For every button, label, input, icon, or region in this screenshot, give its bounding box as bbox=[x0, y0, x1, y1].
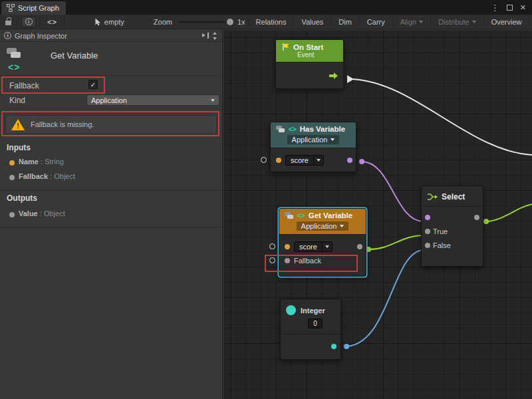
tab-script-graph[interactable]: Script Graph bbox=[1, 1, 66, 15]
chevron-down-icon bbox=[331, 138, 334, 141]
zoom-slider-handle[interactable] bbox=[227, 19, 233, 25]
select-icon bbox=[427, 192, 438, 201]
scroll-arrows-icon[interactable] bbox=[212, 32, 218, 40]
overview-button[interactable]: Overview bbox=[487, 15, 527, 29]
output-row-value: Value : Object bbox=[19, 209, 65, 217]
kind-dropdown[interactable]: Application bbox=[287, 135, 340, 144]
port-dot-has-variable-out bbox=[359, 159, 364, 164]
object-port-dot bbox=[9, 175, 15, 180]
object-port-dot bbox=[9, 212, 15, 217]
toolbar-divider bbox=[248, 17, 249, 27]
name-port-dot[interactable] bbox=[276, 158, 281, 163]
annotation-fallback-port bbox=[265, 255, 358, 272]
port-dot-select-out bbox=[483, 219, 489, 224]
graph-toolbar: i <> empty Zoom 1x Relations Values Dim … bbox=[0, 15, 532, 29]
variable-name-dropdown[interactable]: score bbox=[294, 241, 332, 252]
chevron-down-icon bbox=[340, 225, 344, 227]
variable-name-dropdown[interactable]: score bbox=[285, 155, 324, 166]
code-view-button[interactable]: <> bbox=[43, 18, 61, 26]
flag-icon bbox=[281, 43, 290, 51]
variable-cards-icon bbox=[285, 212, 294, 219]
maximize-icon[interactable] bbox=[507, 5, 513, 11]
inspector-toggle-button[interactable]: i bbox=[21, 17, 36, 27]
value-output-dot[interactable] bbox=[357, 244, 362, 249]
condition-port-dot[interactable] bbox=[425, 215, 430, 220]
integer-output-dot[interactable] bbox=[331, 344, 336, 349]
toolbar-divider bbox=[40, 17, 41, 27]
align-button[interactable]: Align bbox=[396, 15, 428, 29]
port-dot-get-variable-out bbox=[366, 247, 371, 252]
toolbar-divider bbox=[17, 17, 17, 27]
graph-canvas[interactable]: On Start Event <> Has Variable Applicati… bbox=[223, 30, 532, 399]
script-graph-window: Script Graph ⋮ ✕ i <> empty Zoom 1x Rela… bbox=[0, 0, 532, 399]
node-body bbox=[276, 62, 343, 88]
lock-icon[interactable] bbox=[5, 21, 11, 25]
integer-value-field[interactable]: 0 bbox=[308, 319, 323, 329]
toolbar-divider bbox=[529, 17, 530, 27]
relations-button[interactable]: Relations bbox=[251, 15, 291, 29]
kind-dropdown[interactable]: Application bbox=[297, 221, 349, 231]
wire-on-start bbox=[353, 79, 532, 155]
empty-port-ring[interactable] bbox=[269, 243, 275, 249]
value-output-dot[interactable] bbox=[347, 158, 352, 163]
input-row-name: Name : String bbox=[19, 158, 64, 166]
node-body: score bbox=[271, 148, 356, 172]
zoom-slider[interactable] bbox=[178, 21, 232, 23]
flow-port-triangle bbox=[347, 75, 354, 83]
toolbar-divider bbox=[64, 17, 65, 27]
code-badge-icon: <> bbox=[297, 212, 305, 219]
toolbar-divider bbox=[392, 17, 393, 27]
node-title: On Start bbox=[293, 43, 323, 51]
values-button[interactable]: Values bbox=[297, 15, 328, 29]
node-title: Integer bbox=[301, 307, 325, 315]
flow-arrow-icon bbox=[329, 72, 338, 79]
zoom-value: 1x bbox=[237, 18, 245, 26]
false-port-dot[interactable] bbox=[425, 243, 430, 248]
code-badge-icon: <> bbox=[289, 126, 297, 133]
toolbar-divider bbox=[331, 17, 331, 27]
inputs-section-header: Inputs bbox=[7, 143, 31, 152]
chevron-down-icon bbox=[325, 245, 329, 248]
selection-output-dot[interactable] bbox=[474, 215, 479, 220]
carry-button[interactable]: Carry bbox=[362, 15, 390, 29]
zoom-label: Zoom bbox=[154, 18, 172, 26]
wire-has-variable-to-select bbox=[362, 162, 424, 221]
node-title: Select bbox=[442, 192, 465, 201]
wire-get-variable-to-select-true bbox=[368, 235, 424, 249]
true-port-dot[interactable] bbox=[425, 229, 430, 234]
false-port-label: False bbox=[433, 241, 451, 249]
kind-dropdown[interactable]: Application bbox=[86, 94, 219, 106]
node-on-start[interactable]: On Start Event bbox=[275, 39, 344, 89]
node-body-bottom bbox=[281, 334, 340, 358]
port-dot-integer-out bbox=[344, 344, 349, 349]
graph-breadcrumb[interactable]: empty bbox=[95, 18, 124, 26]
divider bbox=[0, 227, 222, 227]
graph-inspector-panel: i Graph Inspector <> Get Variable Fallba… bbox=[0, 30, 223, 399]
variable-cards-icon bbox=[7, 48, 24, 60]
dim-button[interactable]: Dim bbox=[334, 15, 356, 29]
wire-select-output bbox=[486, 204, 532, 221]
tab-title: Script Graph bbox=[18, 4, 59, 12]
empty-port-ring[interactable] bbox=[261, 157, 267, 163]
close-icon[interactable]: ✕ bbox=[520, 3, 526, 12]
kebab-menu-icon[interactable]: ⋮ bbox=[491, 3, 499, 13]
toolbar-divider bbox=[293, 17, 294, 27]
toolbar-divider bbox=[483, 17, 484, 27]
window-tab-bar: Script Graph ⋮ ✕ bbox=[0, 0, 532, 15]
node-body: True False bbox=[422, 207, 483, 252]
graph-inspector-header: i Graph Inspector bbox=[0, 30, 222, 42]
node-select[interactable]: Select True False bbox=[421, 186, 483, 267]
node-subtitle: Event bbox=[297, 51, 338, 59]
info-icon: i bbox=[4, 32, 11, 39]
distribute-button[interactable]: Distribute bbox=[434, 15, 480, 29]
kind-value: Application bbox=[91, 96, 127, 104]
node-has-variable[interactable]: <> Has Variable Application score bbox=[270, 122, 356, 172]
node-body-top: Integer 0 bbox=[281, 299, 340, 329]
code-badge-icon: <> bbox=[8, 62, 20, 72]
name-port-dot[interactable] bbox=[285, 244, 290, 249]
node-integer[interactable]: Integer 0 bbox=[280, 299, 341, 360]
dock-icon[interactable] bbox=[202, 33, 209, 39]
true-port-label: True bbox=[433, 227, 448, 235]
kind-label: Kind bbox=[9, 96, 25, 105]
chevron-down-icon bbox=[472, 21, 476, 23]
